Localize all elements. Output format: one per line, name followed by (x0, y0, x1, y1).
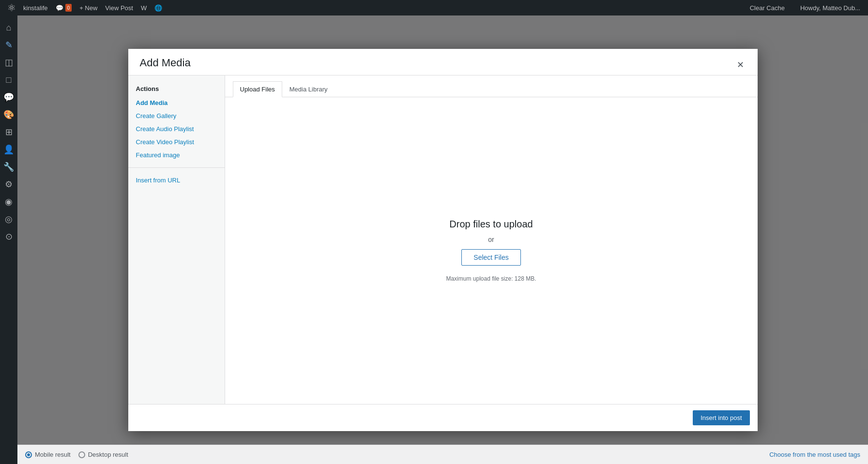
drop-files-text: Drop files to upload (449, 219, 533, 230)
modal-sidebar-panel: Actions Add Media Create Gallery Create … (128, 75, 225, 404)
modal-body: Actions Add Media Create Gallery Create … (128, 75, 758, 404)
wp-logo[interactable]: ⚛ (4, 0, 19, 15)
wp-icon: ⚛ (7, 2, 16, 14)
globe-icon-item[interactable]: 🌐 (151, 0, 166, 15)
sidebar-divider (128, 167, 225, 168)
bottom-bar: Mobile result Desktop result Choose from… (17, 445, 868, 464)
comments-link[interactable]: 💬 0 (52, 0, 76, 15)
tab-upload-files[interactable]: Upload Files (233, 81, 282, 97)
modal-overlay[interactable]: Add Media ✕ Actions Add Media Create Gal… (17, 15, 868, 464)
upload-drop-area[interactable]: Drop files to upload or Select Files Max… (225, 97, 758, 404)
comments-count: 0 (65, 4, 72, 12)
most-used-tags-link[interactable]: Choose from the most used tags (769, 451, 860, 458)
howdy-label: Howdy, Matteo Dub... (800, 4, 860, 12)
howdy-menu[interactable]: Howdy, Matteo Dub... (796, 0, 864, 15)
wp-button-icon: W (141, 4, 147, 12)
sidebar-nav-add-media[interactable]: Add Media (128, 96, 225, 109)
new-label: + New (79, 4, 97, 12)
select-files-button[interactable]: Select Files (461, 249, 520, 266)
sidebar-icon-dashboard[interactable]: ⌂ (0, 19, 17, 36)
sidebar-icon-appearance[interactable]: 🎨 (0, 106, 17, 123)
clear-cache-button[interactable]: Clear Cache (746, 0, 789, 15)
sidebar-icon-settings[interactable]: ⚙ (0, 176, 17, 193)
clear-cache-label: Clear Cache (750, 4, 785, 12)
tab-media-library[interactable]: Media Library (282, 81, 335, 97)
mobile-result-option[interactable]: Mobile result (25, 451, 71, 458)
or-text: or (488, 236, 494, 243)
desktop-result-label: Desktop result (88, 451, 128, 458)
insert-into-post-button[interactable]: Insert into post (693, 410, 749, 425)
wp-button[interactable]: W (137, 0, 151, 15)
sidebar-nav-create-gallery[interactable]: Create Gallery (128, 109, 225, 122)
site-name-label: kinstalife (23, 4, 48, 12)
comment-icon: 💬 (56, 4, 63, 12)
sidebar-icon-comments[interactable]: 💬 (0, 89, 17, 105)
modal-title: Add Media (140, 57, 191, 75)
mobile-radio[interactable] (25, 451, 32, 458)
sidebar-icon-users[interactable]: 👤 (0, 141, 17, 158)
modal-close-button[interactable]: ✕ (735, 59, 746, 71)
sidebar-nav-featured-image[interactable]: Featured image (128, 149, 225, 162)
max-upload-text: Maximum upload file size: 128 MB. (446, 275, 536, 282)
desktop-result-option[interactable]: Desktop result (78, 451, 128, 458)
view-post-link[interactable]: View Post (101, 0, 137, 15)
site-name[interactable]: kinstalife (19, 0, 52, 15)
sidebar-icon-pages[interactable]: □ (0, 72, 17, 88)
wp-admin-sidebar: ⌂ ✎ ◫ □ 💬 🎨 ⊞ 👤 🔧 ⚙ ◉ ◎ ⊙ (0, 15, 17, 464)
admin-bar: ⚛ kinstalife 💬 0 + New View Post W 🌐 Cle… (0, 0, 868, 15)
sidebar-nav-insert-url[interactable]: Insert from URL (128, 174, 225, 187)
modal-content-panel: Upload Files Media Library Drop files to… (225, 75, 758, 404)
modal-header: Add Media ✕ (128, 49, 758, 75)
sidebar-nav-audio-playlist[interactable]: Create Audio Playlist (128, 122, 225, 135)
modal-tabs: Upload Files Media Library (225, 75, 758, 97)
sidebar-section-title: Actions (128, 83, 225, 96)
globe-icon: 🌐 (154, 4, 162, 12)
sidebar-icon-circle3[interactable]: ⊙ (0, 228, 17, 245)
sidebar-icon-media[interactable]: ◫ (0, 54, 17, 71)
sidebar-icon-posts[interactable]: ✎ (0, 37, 17, 53)
mobile-result-label: Mobile result (35, 451, 71, 458)
main-content: Add Media ✕ Actions Add Media Create Gal… (17, 15, 868, 464)
sidebar-icon-circle2[interactable]: ◎ (0, 211, 17, 227)
sidebar-icon-circle[interactable]: ◉ (0, 194, 17, 210)
sidebar-icon-plugins[interactable]: ⊞ (0, 124, 17, 140)
sidebar-nav-video-playlist[interactable]: Create Video Playlist (128, 135, 225, 149)
new-content-button[interactable]: + New (76, 0, 101, 15)
add-media-modal: Add Media ✕ Actions Add Media Create Gal… (128, 49, 758, 431)
desktop-radio[interactable] (78, 451, 85, 458)
view-post-label: View Post (105, 4, 133, 12)
modal-footer: Insert into post (128, 404, 758, 431)
sidebar-icon-tools[interactable]: 🔧 (0, 159, 17, 175)
